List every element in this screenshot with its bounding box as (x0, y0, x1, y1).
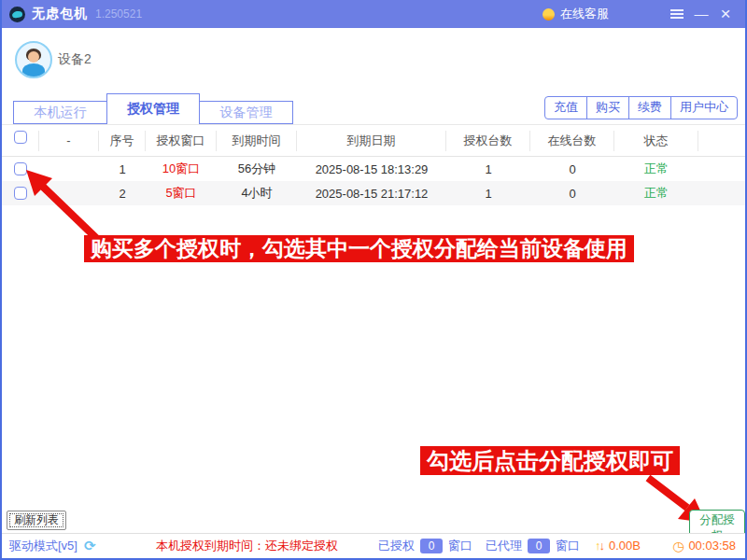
cell-remaining: 56分钟 (217, 161, 297, 177)
cell-status: 正常 (614, 185, 698, 202)
uptime-cluster: ◷ 00:03:58 (672, 534, 736, 557)
counters-cluster: 已授权 0 窗口 已代理 0 窗口 ↑↓ 0.00B (378, 534, 641, 557)
app-logo-icon (9, 7, 25, 22)
cell-windows: 5窗口 (146, 185, 217, 202)
select-all-checkbox[interactable] (14, 131, 27, 144)
cell-windows: 10窗口 (146, 161, 217, 177)
traffic-updown-icon: ↑↓ (595, 539, 605, 553)
tab-license-management[interactable]: 授权管理 (106, 93, 200, 124)
clock-icon: ◷ (672, 539, 684, 553)
licensed-count-badge: 0 (420, 539, 443, 553)
refresh-list-button[interactable]: 刷新列表 (7, 511, 66, 530)
device-header: 设备2 (2, 28, 745, 90)
col-windows: 授权窗口 (146, 131, 217, 151)
col-expire-date: 到期日期 (297, 131, 446, 151)
window-label: 窗口 (556, 538, 580, 554)
avatar (15, 41, 52, 78)
col-seq: 序号 (99, 131, 146, 151)
menu-button[interactable] (665, 2, 689, 26)
tab-device-management[interactable]: 设备管理 (200, 101, 293, 124)
hamburger-icon (670, 7, 684, 21)
col-remaining: 到期时间 (217, 131, 297, 151)
row-checkbox[interactable] (14, 187, 27, 200)
recharge-button[interactable]: 充值 (545, 97, 587, 119)
cell-expire-date: 2025-08-15 21:17:12 (297, 187, 446, 201)
license-expire-status: 本机授权到期时间：还未绑定授权 (156, 534, 338, 557)
col-licensed: 授权台数 (446, 131, 530, 151)
cell-licensed: 1 (446, 162, 530, 176)
traffic-value: 0.00B (609, 539, 641, 553)
cell-status: 正常 (614, 161, 698, 177)
select-hint-banner: 购买多个授权时，勾选其中一个授权分配给当前设备使用 (84, 235, 634, 262)
app-window: 无虑包机 1.250521 在线客服 — × 设备2 本机运行 授权管理 设备管… (0, 0, 747, 560)
table-row: 1 10窗口 56分钟 2025-08-15 18:13:29 1 0 正常 (2, 157, 745, 181)
online-support-button[interactable]: 在线客服 (543, 6, 609, 22)
proxied-count-badge: 0 (528, 539, 550, 553)
table-header: - 序号 授权窗口 到期时间 到期日期 授权台数 在线台数 状态 (2, 124, 745, 157)
user-center-button[interactable]: 用户中心 (671, 97, 737, 119)
cell-remaining: 4小时 (217, 185, 297, 202)
tab-bar: 本机运行 授权管理 设备管理 (13, 93, 293, 124)
licensed-label: 已授权 (378, 538, 415, 554)
proxied-label: 已代理 (486, 538, 522, 554)
cell-licensed: 1 (446, 187, 530, 201)
cell-online: 0 (530, 162, 614, 176)
assign-hint-banner: 勾选后点击分配授权即可 (420, 446, 680, 475)
cell-expire-date: 2025-08-15 18:13:29 (297, 162, 446, 176)
close-button[interactable]: × (713, 2, 738, 26)
online-support-label: 在线客服 (560, 6, 609, 22)
customer-service-icon (543, 8, 555, 21)
minimize-button[interactable]: — (689, 2, 713, 26)
uptime-value: 00:03:58 (688, 539, 736, 553)
account-button-group: 充值 购买 续费 用户中心 (544, 96, 738, 119)
renew-button[interactable]: 续费 (629, 97, 671, 119)
device-name: 设备2 (58, 51, 92, 68)
driver-mode-label: 驱动模式[v5] (9, 534, 78, 557)
buy-button[interactable]: 购买 (587, 97, 629, 119)
table-row: 2 5窗口 4小时 2025-08-15 21:17:12 1 0 正常 (2, 181, 745, 205)
refresh-icon[interactable]: ⟳ (84, 534, 96, 557)
cell-seq: 1 (99, 162, 146, 176)
tab-local-run[interactable]: 本机运行 (13, 101, 106, 124)
col-dash: - (39, 131, 99, 151)
app-title: 无虑包机 (32, 6, 88, 22)
col-online: 在线台数 (530, 131, 614, 151)
app-version: 1.250521 (95, 7, 142, 21)
cell-seq: 2 (99, 187, 146, 201)
cell-online: 0 (530, 187, 614, 201)
license-table: - 序号 授权窗口 到期时间 到期日期 授权台数 在线台数 状态 1 10窗口 … (2, 124, 745, 205)
titlebar: 无虑包机 1.250521 在线客服 — × (0, 0, 747, 28)
row-checkbox[interactable] (14, 162, 27, 175)
window-label: 窗口 (448, 538, 472, 554)
status-bar: 驱动模式[v5] ⟳ 本机授权到期时间：还未绑定授权 已授权 0 窗口 已代理 … (2, 533, 745, 556)
col-status: 状态 (614, 131, 698, 151)
